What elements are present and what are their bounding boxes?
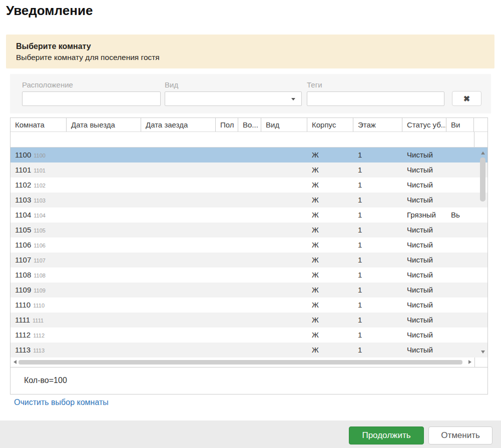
cell-vo [238, 312, 261, 328]
cell-floor: 1 [353, 268, 402, 282]
cell-room: 11031103 [11, 192, 67, 208]
table-row[interactable]: 11051105 Ж 1 Чистый [11, 222, 487, 238]
table-row[interactable]: 11091109 Ж 1 Чистый [11, 282, 487, 298]
cell-checkout [67, 342, 141, 358]
cell-view [261, 178, 307, 192]
vertical-scroll-thumb[interactable] [480, 158, 485, 202]
column-header[interactable]: Ви [446, 118, 474, 132]
close-icon: ✖ [463, 94, 470, 104]
cell-floor: 1 [353, 162, 402, 178]
column-header[interactable]: Во... [238, 118, 261, 132]
table-row[interactable]: 11001100 Ж 1 Чистый [11, 148, 487, 162]
cell-vi [446, 148, 474, 162]
cell-checkin [141, 268, 216, 282]
table-filter-row[interactable] [11, 132, 487, 148]
cell-checkin [141, 148, 216, 162]
column-header[interactable]: Дата выезда [67, 118, 141, 132]
scroll-left-icon[interactable] [14, 360, 17, 364]
cell-checkout [67, 162, 141, 178]
cell-vo [238, 328, 261, 342]
clear-room-selection-link[interactable]: Очистить выбор комнаты [14, 398, 109, 407]
location-label: Расположение [22, 80, 73, 89]
cell-vo [238, 162, 261, 178]
table-row[interactable]: 11061106 Ж 1 Чистый [11, 238, 487, 252]
table-row[interactable]: 11111111 Ж 1 Чистый [11, 312, 487, 328]
cell-vi [446, 268, 474, 282]
scrollbar-corner [474, 358, 487, 367]
cell-checkout [67, 252, 141, 268]
cell-status: Чистый [402, 282, 446, 298]
column-header[interactable]: Пол [216, 118, 238, 132]
cell-view [261, 208, 307, 222]
cell-checkin [141, 222, 216, 238]
cell-status: Чистый [402, 222, 446, 238]
cell-floor: 1 [353, 208, 402, 222]
cell-vo [238, 222, 261, 238]
scroll-down-icon[interactable] [481, 350, 485, 354]
cell-checkin [141, 208, 216, 222]
cell-floor: 1 [353, 148, 402, 162]
cell-room: 11091109 [11, 282, 67, 298]
horizontal-scrollbar[interactable] [11, 358, 487, 367]
cell-corpus: Ж [307, 328, 353, 342]
cell-room: 11081108 [11, 268, 67, 282]
column-header[interactable]: Вид [261, 118, 307, 132]
cell-status: Чистый [402, 238, 446, 252]
view-select[interactable] [165, 92, 302, 106]
column-header[interactable]: Этаж [353, 118, 402, 132]
table-row[interactable]: 11021102 Ж 1 Чистый [11, 178, 487, 192]
filter-bar: Расположение Вид Теги ✖ [10, 74, 491, 114]
cell-gender [216, 192, 238, 208]
cell-vi [446, 312, 474, 328]
cell-view [261, 312, 307, 328]
cell-vo [238, 238, 261, 252]
column-header[interactable]: Дата заезда [141, 118, 216, 132]
column-header[interactable]: Комната [11, 118, 67, 132]
location-input[interactable] [22, 92, 161, 106]
cell-corpus: Ж [307, 312, 353, 328]
table-row[interactable]: 11131113 Ж 1 Чистый [11, 342, 487, 358]
table-row[interactable]: 11011101 Ж 1 Чистый [11, 162, 487, 178]
tags-input[interactable] [307, 92, 444, 106]
vertical-scrollbar[interactable] [479, 148, 486, 356]
table-row[interactable]: 11121112 Ж 1 Чистый [11, 328, 487, 342]
horizontal-scroll-thumb[interactable] [19, 360, 462, 364]
cell-checkin [141, 238, 216, 252]
cell-view [261, 162, 307, 178]
cell-corpus: Ж [307, 268, 353, 282]
table-row[interactable]: 11041104 Ж 1 Грязный Вь [11, 208, 487, 222]
cell-vi [446, 222, 474, 238]
column-header[interactable]: Корпус [307, 118, 353, 132]
table-header-row: КомнатаДата выездаДата заездаПолВо...Вид… [11, 118, 487, 132]
cancel-button[interactable]: Отменить [428, 426, 492, 444]
banner-subtitle: Выберите комнату для поселения гостя [16, 52, 484, 63]
cell-checkout [67, 222, 141, 238]
scroll-up-icon[interactable] [481, 152, 485, 154]
scroll-right-icon[interactable] [468, 360, 471, 364]
table-row[interactable]: 11071107 Ж 1 Чистый [11, 252, 487, 268]
continue-button[interactable]: Продолжить [349, 426, 424, 444]
cell-view [261, 222, 307, 238]
cell-gender [216, 298, 238, 312]
table-body: 11001100 Ж 1 Чистый 11011101 Ж 1 Чистый … [11, 148, 487, 358]
table-row[interactable]: 11101110 Ж 1 Чистый [11, 298, 487, 312]
cell-checkin [141, 282, 216, 298]
cell-checkout [67, 148, 141, 162]
cell-checkout [67, 312, 141, 328]
view-label: Вид [165, 80, 178, 89]
table-row[interactable]: 11081108 Ж 1 Чистый [11, 268, 487, 282]
cell-checkout [67, 238, 141, 252]
cell-checkout [67, 192, 141, 208]
cell-gender [216, 178, 238, 192]
cell-floor: 1 [353, 328, 402, 342]
notification-banner: Выберите комнату Выберите комнату для по… [6, 34, 494, 68]
clear-filters-button[interactable]: ✖ [452, 91, 481, 106]
cell-corpus: Ж [307, 178, 353, 192]
cell-vi [446, 192, 474, 208]
column-header[interactable]: Статус уб... [402, 118, 446, 132]
table-row[interactable]: 11031103 Ж 1 Чистый [11, 192, 487, 208]
cell-status: Чистый [402, 178, 446, 192]
chevron-down-icon [291, 98, 295, 100]
cell-room: 11011101 [11, 162, 67, 178]
cell-status: Чистый [402, 342, 446, 358]
